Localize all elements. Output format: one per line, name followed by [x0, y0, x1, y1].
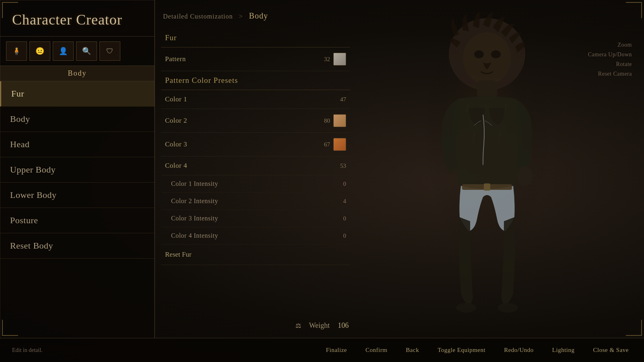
lighting-button[interactable]: Lighting	[549, 345, 578, 356]
pattern-number: 32	[318, 56, 330, 63]
main-panel: Detailed Customization > Body Fur Patter…	[155, 0, 356, 346]
bottom-bar: Edit in detail. Finalize Confirm Back To…	[0, 338, 644, 362]
nav-item-upper-body[interactable]: Upper Body	[0, 157, 155, 183]
pattern-color-presets-header: Pattern Color Presets	[161, 71, 350, 90]
svg-rect-5	[477, 80, 497, 99]
color3-intensity-label: Color 3 Intensity	[171, 215, 218, 222]
color4-intensity-value: 0	[343, 232, 347, 239]
svg-point-3	[474, 50, 484, 58]
nav-item-reset-body[interactable]: Reset Body	[0, 233, 155, 259]
tab-icon-body[interactable]: 🧍	[6, 41, 27, 61]
corner-ornament-tl	[2, 2, 18, 18]
color3-intensity-value: 0	[343, 215, 347, 222]
color1-intensity-row[interactable]: Color 1 Intensity 0	[161, 175, 350, 193]
nav-item-head[interactable]: Head	[0, 132, 155, 157]
hint-camera-ud: Camera Up/Down	[588, 50, 632, 60]
breadcrumb-separator: >	[239, 13, 243, 20]
color3-intensity-row[interactable]: Color 3 Intensity 0	[161, 210, 350, 227]
content-section: Fur Pattern 32 Pattern Color Presets Col…	[155, 29, 356, 265]
color4-intensity-row[interactable]: Color 4 Intensity 0	[161, 227, 350, 245]
hint-zoom: Zoom	[588, 40, 632, 50]
nav-item-lower-body[interactable]: Lower Body	[0, 183, 155, 208]
corner-ornament-tr	[626, 2, 642, 18]
hint-reset-camera: Reset Camera	[588, 69, 632, 79]
corner-ornament-br	[626, 320, 642, 336]
bottom-buttons: Finalize Confirm Back Toggle Equipment R…	[323, 345, 632, 356]
redo-undo-button[interactable]: Redo/Undo	[501, 345, 537, 356]
camera-hints: Zoom Camera Up/Down Rotate Reset Camera	[588, 40, 632, 79]
breadcrumb-current: Body	[249, 11, 268, 20]
color4-row[interactable]: Color 4 53	[161, 156, 350, 175]
pattern-swatch	[333, 53, 346, 66]
color1-label: Color 1	[165, 95, 187, 103]
sidebar: Character Creator 🧍 😐 👤 🔍 🛡 Body Fur Bod…	[0, 0, 155, 346]
finalize-button[interactable]: Finalize	[323, 345, 350, 356]
hint-rotate: Rotate	[588, 60, 632, 69]
svg-point-9	[456, 303, 476, 313]
body-category-label: Body	[0, 66, 155, 81]
fur-section-header: Fur	[161, 29, 350, 47]
bottom-hint: Edit in detail.	[12, 347, 323, 354]
nav-list: Fur Body Head Upper Body Lower Body Post…	[0, 81, 155, 259]
svg-point-10	[498, 303, 518, 313]
pattern-value: 32	[318, 53, 346, 66]
breadcrumb: Detailed Customization > Body	[155, 8, 356, 29]
color1-intensity-label: Color 1 Intensity	[171, 180, 218, 187]
svg-point-2	[463, 32, 511, 84]
color3-value: 67	[324, 138, 346, 151]
nav-item-body[interactable]: Body	[0, 107, 155, 132]
color2-value: 80	[324, 114, 346, 127]
color3-number: 67	[324, 141, 330, 148]
pattern-label: Pattern	[165, 55, 186, 63]
color4-number: 53	[340, 162, 346, 169]
color2-intensity-value: 4	[343, 198, 347, 205]
confirm-button[interactable]: Confirm	[362, 345, 390, 356]
color1-intensity-value: 0	[343, 181, 347, 187]
tab-icon-search[interactable]: 🔍	[76, 41, 97, 61]
pattern-row[interactable]: Pattern 32	[161, 47, 350, 71]
color2-intensity-row[interactable]: Color 2 Intensity 4	[161, 193, 350, 210]
tab-icon-face[interactable]: 😐	[29, 41, 50, 61]
color4-value: 53	[340, 162, 346, 169]
corner-ornament-bl	[2, 320, 18, 336]
color2-number: 80	[324, 117, 330, 124]
color3-row[interactable]: Color 3 67	[161, 133, 350, 156]
breadcrumb-parent: Detailed Customization	[163, 13, 233, 20]
svg-point-6	[517, 166, 533, 186]
app-title: Character Creator	[0, 0, 155, 37]
svg-point-4	[491, 50, 501, 58]
svg-rect-8	[484, 183, 490, 191]
close-save-button[interactable]: Close & Save	[590, 345, 632, 356]
nav-item-fur[interactable]: Fur	[0, 81, 155, 107]
toggle-equipment-button[interactable]: Toggle Equipment	[434, 345, 489, 356]
nav-item-posture[interactable]: Posture	[0, 208, 155, 233]
tab-icon-row: 🧍 😐 👤 🔍 🛡	[0, 37, 155, 66]
tab-icon-equipment[interactable]: 🛡	[99, 41, 120, 61]
color2-label: Color 2	[165, 117, 187, 125]
color2-swatch	[333, 114, 346, 127]
reset-fur-button[interactable]: Reset Fur	[161, 245, 350, 265]
color1-number: 47	[340, 96, 346, 103]
color3-swatch	[333, 138, 346, 151]
color4-label: Color 4	[165, 162, 187, 170]
color2-intensity-label: Color 2 Intensity	[171, 197, 218, 205]
tab-icon-head[interactable]: 👤	[53, 41, 74, 61]
color2-row[interactable]: Color 2 80	[161, 109, 350, 133]
color3-label: Color 3	[165, 140, 187, 148]
color1-row[interactable]: Color 1 47	[161, 90, 350, 109]
color4-intensity-label: Color 4 Intensity	[171, 232, 218, 239]
color1-value: 47	[340, 96, 346, 103]
character-silhouette	[402, 12, 572, 326]
back-button[interactable]: Back	[402, 345, 422, 356]
